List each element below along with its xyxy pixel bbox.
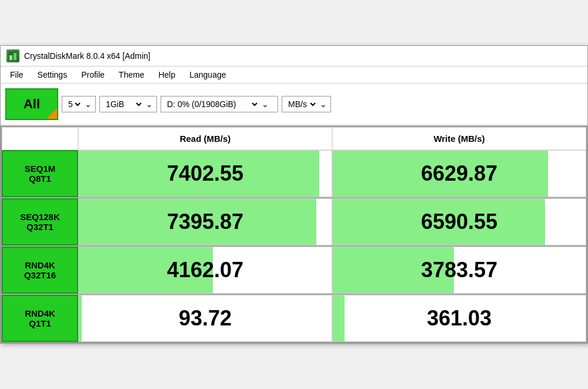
app-window: CrystalDiskMark 8.0.4 x64 [Admin] File S… xyxy=(0,45,588,344)
menu-language[interactable]: Language xyxy=(182,68,233,82)
size-chevron-icon: ⌄ xyxy=(146,99,153,109)
menu-theme[interactable]: Theme xyxy=(112,68,152,82)
menu-bar: File Settings Profile Theme Help Languag… xyxy=(1,67,587,84)
all-button[interactable]: All xyxy=(5,88,58,120)
runs-dropdown[interactable]: 5 1 3 9 ⌄ xyxy=(62,96,96,112)
app-icon xyxy=(6,49,19,62)
drive-chevron-icon: ⌄ xyxy=(262,99,269,109)
svg-rect-2 xyxy=(14,53,16,60)
header-read: Read (MB/s) xyxy=(78,127,332,150)
table-header: Read (MB/s) Write (MB/s) xyxy=(2,127,586,150)
menu-file[interactable]: File xyxy=(3,68,31,82)
row-write-rnd4k-q32: 3783.57 xyxy=(332,247,586,294)
table-row: RND4K Q32T16 4162.07 3783.57 xyxy=(2,247,586,295)
size-dropdown[interactable]: 1GiB 512MiB 2GiB 4GiB ⌄ xyxy=(99,96,157,112)
runs-select[interactable]: 5 1 3 9 xyxy=(66,99,82,109)
drive-dropdown[interactable]: D: 0% (0/1908GiB) C: 50% (500/1000GiB) ⌄ xyxy=(161,96,278,112)
read-value-rnd4k-q32: 4162.07 xyxy=(167,258,243,282)
read-bar-rnd4k-q1 xyxy=(79,295,82,341)
row-read-rnd4k-q1: 93.72 xyxy=(78,295,332,342)
write-value-seq128k: 6590.55 xyxy=(421,210,497,234)
menu-settings[interactable]: Settings xyxy=(31,68,75,82)
row-write-rnd4k-q1: 361.03 xyxy=(332,295,586,342)
unit-select[interactable]: MB/s GB/s IOPS μs xyxy=(286,99,318,109)
row-write-seq128k: 6590.55 xyxy=(332,198,586,245)
unit-dropdown[interactable]: MB/s GB/s IOPS μs ⌄ xyxy=(282,96,331,112)
write-value-rnd4k-q32: 3783.57 xyxy=(421,258,497,282)
size-select[interactable]: 1GiB 512MiB 2GiB 4GiB xyxy=(103,99,143,109)
read-value-seq128k: 7395.87 xyxy=(167,210,243,234)
header-label xyxy=(2,127,78,150)
row-label-rnd4k-q1: RND4K Q1T1 xyxy=(2,295,78,342)
write-value-rnd4k-q1: 361.03 xyxy=(427,306,492,331)
row-read-seq128k: 7395.87 xyxy=(78,198,332,245)
table-row: RND4K Q1T1 93.72 361.03 xyxy=(2,295,586,342)
toolbar: All 5 1 3 9 ⌄ 1GiB 512MiB 2GiB 4GiB ⌄ D:… xyxy=(1,84,587,126)
header-write: Write (MB/s) xyxy=(332,127,586,150)
row-label-seq1m: SEQ1M Q8T1 xyxy=(2,150,78,197)
drive-select[interactable]: D: 0% (0/1908GiB) C: 50% (500/1000GiB) xyxy=(165,99,259,109)
menu-profile[interactable]: Profile xyxy=(74,68,112,82)
runs-chevron-icon: ⌄ xyxy=(85,99,92,109)
row-label-seq128k: SEQ128K Q32T1 xyxy=(2,198,78,245)
row-read-rnd4k-q32: 4162.07 xyxy=(78,247,332,294)
table-row: SEQ1M Q8T1 7402.55 6629.87 xyxy=(2,150,586,198)
menu-help[interactable]: Help xyxy=(151,68,182,82)
title-bar: CrystalDiskMark 8.0.4 x64 [Admin] xyxy=(1,46,587,67)
write-value-seq1m: 6629.87 xyxy=(421,161,497,186)
unit-chevron-icon: ⌄ xyxy=(320,99,327,109)
read-value-rnd4k-q1: 93.72 xyxy=(179,306,232,331)
read-value-seq1m: 7402.55 xyxy=(167,161,243,186)
row-label-rnd4k-q32: RND4K Q32T16 xyxy=(2,247,78,294)
window-title: CrystalDiskMark 8.0.4 x64 [Admin] xyxy=(24,51,151,61)
table-row: SEQ128K Q32T1 7395.87 6590.55 xyxy=(2,198,586,247)
write-bar-rnd4k-q1 xyxy=(333,295,345,341)
results-table: Read (MB/s) Write (MB/s) SEQ1M Q8T1 7402… xyxy=(1,126,587,343)
row-read-seq1m: 7402.55 xyxy=(78,150,332,197)
svg-rect-1 xyxy=(9,55,12,60)
row-write-seq1m: 6629.87 xyxy=(332,150,586,197)
